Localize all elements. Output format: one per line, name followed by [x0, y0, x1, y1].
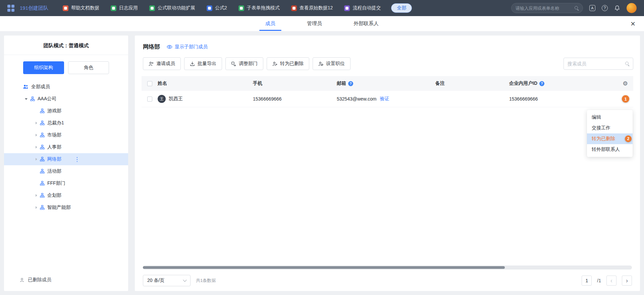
member-search[interactable]: [564, 58, 633, 70]
table-header: 姓名 手机 邮箱? 备注 企业内用户ID? ⚙: [142, 76, 633, 91]
horizontal-scrollbar[interactable]: [143, 266, 632, 270]
tree-item-label: 游戏部: [47, 108, 61, 114]
workspace-icon[interactable]: A: [589, 5, 595, 11]
row-checkbox[interactable]: [147, 97, 152, 102]
invite-member-button[interactable]: 邀请成员: [143, 57, 181, 70]
tree-item-dept[interactable]: 智能产能部: [4, 201, 128, 214]
caret-right-icon[interactable]: [36, 146, 37, 149]
prev-page-button[interactable]: ‹: [606, 276, 616, 286]
tree-item-dept[interactable]: 人事部: [4, 141, 128, 153]
tab-admins[interactable]: 管理员: [306, 16, 323, 31]
app-tab[interactable]: 公式2: [201, 0, 233, 16]
user-avatar[interactable]: [627, 3, 637, 13]
page-tabs-bar: 成员 管理员 外部联系人 ×: [0, 16, 644, 32]
topbar-right: A ?: [511, 3, 637, 13]
app-tab[interactable]: 帮助文档数据: [57, 0, 105, 16]
app-tab[interactable]: 流程自动提交: [338, 0, 386, 16]
tree-item-dept[interactable]: 市场部: [4, 129, 128, 141]
table-row[interactable]: 王 凯西王 15366669666 532543@wew.com 验证 1536…: [142, 91, 633, 107]
tree-item-label: 全部成员: [31, 84, 50, 90]
global-search-input[interactable]: [516, 6, 575, 11]
tree-item-label: 网络部: [47, 156, 61, 162]
menu-item-to-external-contact[interactable]: 转外部联系人: [587, 144, 633, 155]
move-to-deleted-button[interactable]: 转为已删除: [267, 57, 309, 70]
page-tabs: 成员 管理员 外部联系人: [265, 16, 379, 31]
member-email-cell: 532543@wew.com 验证: [337, 96, 435, 102]
annotation-marker-2[interactable]: 2: [625, 135, 632, 142]
help-icon[interactable]: ?: [602, 5, 608, 11]
roles-button[interactable]: 角色: [68, 61, 109, 74]
next-page-button[interactable]: ›: [622, 276, 632, 286]
adjust-department-button[interactable]: 调整部门: [225, 57, 263, 70]
batch-export-button[interactable]: 批量导出: [184, 57, 222, 70]
help-icon[interactable]: ?: [348, 81, 353, 86]
bell-icon[interactable]: [614, 5, 620, 11]
panel-title-row: 网络部 显示子部门成员: [142, 43, 633, 51]
filter-all-pill[interactable]: 全部: [391, 3, 412, 13]
scrollbar-thumb[interactable]: [143, 266, 505, 269]
tree-item-dept[interactable]: 活动部: [4, 165, 128, 177]
app-icon: [111, 5, 116, 11]
app-tab[interactable]: 查看原始数据12: [285, 0, 339, 16]
current-page-box[interactable]: 1: [582, 276, 592, 286]
deleted-members-link[interactable]: 已删除成员: [4, 277, 128, 291]
member-phone: 15366669666: [253, 96, 337, 102]
move-department-icon: [231, 61, 236, 66]
tab-members[interactable]: 成员: [265, 16, 276, 31]
table-settings-gear-icon[interactable]: ⚙: [623, 80, 628, 87]
global-search[interactable]: [511, 3, 583, 13]
team-mode-label: 团队模式：普通模式: [4, 36, 128, 55]
verify-link[interactable]: 验证: [380, 96, 389, 102]
member-avatar: 王: [158, 95, 166, 103]
caret-right-icon[interactable]: [36, 194, 37, 197]
caret-right-icon[interactable]: [36, 206, 37, 209]
tree-item-label: 市场部: [47, 132, 61, 138]
help-icon[interactable]: ?: [539, 81, 544, 86]
caret-right-icon[interactable]: [36, 158, 37, 161]
select-all-checkbox[interactable]: [147, 81, 152, 86]
org-structure-button[interactable]: 组织架构: [23, 61, 64, 74]
set-position-button[interactable]: 设置职位: [313, 57, 351, 70]
app-tab-label: 子表单拖拽模式: [247, 5, 280, 11]
caret-right-icon[interactable]: [36, 134, 37, 136]
divider: [4, 55, 128, 55]
members-toolbar: 邀请成员 批量导出 调整部门 转为已删除: [142, 57, 633, 70]
tree-item-label: 总裁办1: [47, 120, 64, 126]
app-tab[interactable]: 子表单拖拽模式: [233, 0, 285, 16]
tree-item-dept[interactable]: 企划部: [4, 189, 128, 201]
tree-item-company[interactable]: AAA公司: [4, 93, 128, 105]
tree-item-label: 活动部: [47, 168, 61, 174]
member-search-input[interactable]: [568, 61, 625, 66]
chevron-down-icon: [183, 278, 186, 282]
menu-item-move-to-deleted[interactable]: 转为已删除 2: [587, 133, 633, 144]
caret-down-icon[interactable]: [25, 98, 28, 100]
tree-item-dept[interactable]: 游戏部: [4, 105, 128, 117]
team-name[interactable]: 191创建团队: [20, 5, 48, 11]
caret-right-icon[interactable]: [36, 122, 37, 124]
department-icon: [40, 205, 45, 210]
tree-item-dept-selected[interactable]: 网络部 ⋮: [4, 153, 128, 165]
more-actions-icon[interactable]: ⋮: [74, 157, 80, 162]
download-icon: [190, 61, 195, 66]
menu-item-handover[interactable]: 交接工作: [587, 123, 633, 133]
department-icon: [40, 157, 45, 162]
menu-item-edit[interactable]: 编辑: [587, 112, 633, 123]
app-icon: [291, 5, 297, 11]
person-badge-icon: [318, 61, 323, 66]
table-empty-space: [142, 107, 633, 266]
tree-item-dept[interactable]: FFF部门: [4, 177, 128, 189]
annotation-marker-1[interactable]: 1: [622, 95, 629, 103]
department-icon: [40, 145, 45, 150]
show-subdept-label: 显示子部门成员: [175, 44, 208, 50]
app-tab[interactable]: 公式联动功能扩展: [144, 0, 201, 16]
tree-item-all-members[interactable]: 全部成员: [4, 81, 128, 93]
close-icon[interactable]: ×: [631, 20, 635, 28]
tree-item-dept[interactable]: 总裁办1: [4, 117, 128, 129]
apps-grid-icon[interactable]: [7, 5, 14, 12]
department-icon: [40, 193, 45, 198]
search-icon: [625, 62, 629, 66]
app-tab[interactable]: 日志应用: [105, 0, 144, 16]
tab-external-contacts[interactable]: 外部联系人: [353, 16, 379, 31]
show-subdept-link[interactable]: 显示子部门成员: [167, 44, 208, 50]
page-size-select[interactable]: 20 条/页: [143, 275, 191, 286]
